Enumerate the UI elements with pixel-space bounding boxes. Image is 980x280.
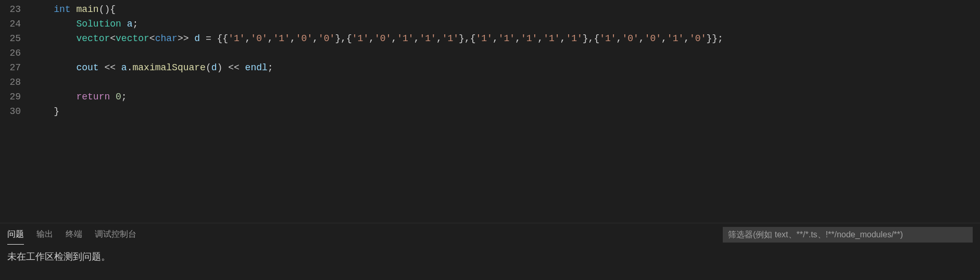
panel-tabs: 问题输出终端调试控制台 — [7, 225, 136, 245]
code-line[interactable] — [31, 46, 980, 60]
code-line[interactable]: vector<vector<char>> d = {{'1','0','1','… — [31, 31, 980, 46]
code-line[interactable] — [31, 75, 980, 90]
problems-message: 未在工作区检测到问题。 — [0, 246, 980, 267]
line-number: 29 — [0, 90, 21, 104]
line-number: 27 — [0, 60, 21, 75]
line-number-gutter: 2324252627282930 — [0, 2, 31, 223]
line-number: 25 — [0, 31, 21, 46]
panel-header: 问题输出终端调试控制台 — [0, 223, 980, 246]
panel-tab-调试控制台[interactable]: 调试控制台 — [95, 225, 136, 245]
panel-tab-终端[interactable]: 终端 — [66, 225, 82, 245]
line-number: 28 — [0, 75, 21, 90]
panel-tab-输出[interactable]: 输出 — [36, 225, 53, 245]
line-number: 24 — [0, 17, 21, 31]
code-line[interactable]: cout << a.maximalSquare(d) << endl; — [31, 60, 980, 75]
code-line[interactable]: Solution a; — [31, 17, 980, 31]
line-number: 23 — [0, 2, 21, 17]
panel-tab-问题[interactable]: 问题 — [7, 225, 24, 245]
code-line[interactable]: return 0; — [31, 90, 980, 104]
code-line[interactable]: int main(){ — [31, 2, 980, 17]
bottom-panel: 问题输出终端调试控制台 未在工作区检测到问题。 — [0, 223, 980, 280]
line-number: 26 — [0, 46, 21, 60]
code-editor[interactable]: 2324252627282930 int main(){ Solution a;… — [0, 0, 980, 223]
code-line[interactable]: } — [31, 104, 980, 119]
problems-filter-input[interactable] — [723, 227, 973, 243]
line-number: 30 — [0, 104, 21, 119]
code-content[interactable]: int main(){ Solution a; vector<vector<ch… — [31, 2, 980, 223]
